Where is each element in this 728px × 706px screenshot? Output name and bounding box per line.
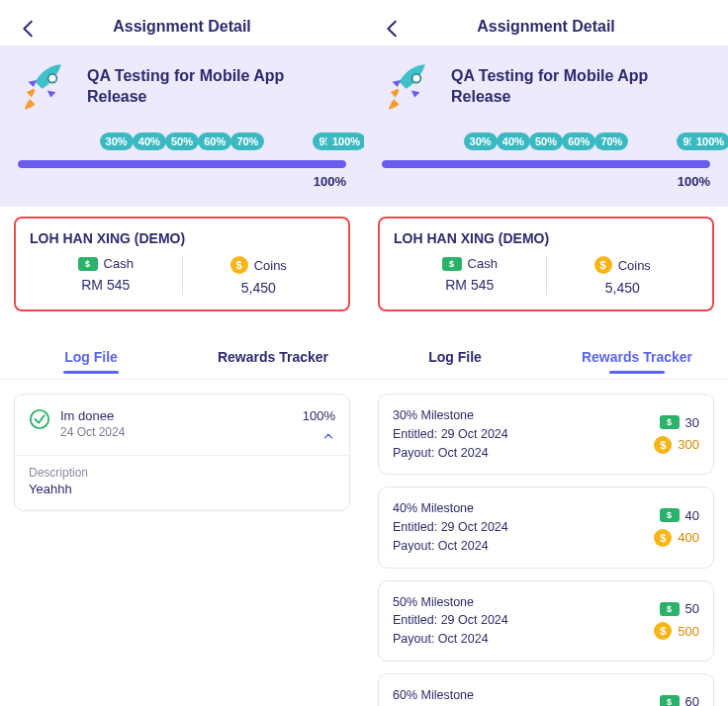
log-entry-percent: 100% — [303, 408, 335, 423]
reward-milestone: 40% Milestone — [393, 499, 508, 518]
phone-right: Assignment Detail QA Testing for Mobile … — [364, 0, 728, 706]
reward-card: 60% MilestoneEntitled: 29 Oct 2024Payout… — [378, 673, 714, 706]
milestone-bubble: 100% — [690, 132, 728, 150]
hero: QA Testing for Mobile App Release 30%40%… — [364, 45, 728, 207]
reward-entitled: Entitled: 29 Oct 2024 — [393, 611, 508, 630]
cash-icon: $ — [660, 602, 680, 616]
reward-coin-amount: 300 — [678, 437, 699, 452]
assignment-title: QA Testing for Mobile App Release — [87, 66, 346, 108]
coins-column: $Coins 5,450 — [546, 256, 699, 296]
rocket-icon — [18, 59, 73, 115]
log-entry-card[interactable]: Im donee 24 Oct 2024 100% Description Ye… — [14, 394, 350, 511]
cash-icon: $ — [660, 415, 680, 429]
reward-info: 50% MilestoneEntitled: 29 Oct 2024Payout… — [393, 593, 508, 649]
milestone-bubble: 50% — [165, 132, 199, 150]
hero: QA Testing for Mobile App Release 30%40%… — [0, 45, 364, 207]
coins-value: 5,450 — [605, 280, 640, 296]
cash-icon: $ — [78, 257, 98, 271]
coins-value: 5,450 — [241, 280, 276, 296]
reward-info: 30% MilestoneEntitled: 29 Oct 2024Payout… — [393, 406, 508, 462]
reward-payout: Payout: Oct 2024 — [393, 444, 508, 463]
milestone-bubble: 40% — [497, 132, 530, 150]
coins-column: $Coins 5,450 — [182, 256, 335, 296]
coin-icon: $ — [594, 256, 612, 274]
tab-log-file[interactable]: Log File — [0, 337, 182, 380]
milestone-bubble: 30% — [100, 132, 134, 150]
reward-coin-amount: 400 — [678, 530, 699, 545]
reward-entitled: Entitled: 29 Oct 2024 — [393, 425, 508, 444]
milestone-bubble: 100% — [326, 132, 364, 150]
reward-cash-amount: 50 — [685, 601, 699, 616]
reward-payout: Payout: Oct 2024 — [393, 537, 508, 556]
back-button[interactable] — [18, 18, 40, 44]
reward-card: 50% MilestoneEntitled: 29 Oct 2024Payout… — [378, 580, 714, 662]
milestone-bubble: 30% — [464, 132, 498, 150]
page-title: Assignment Detail — [16, 18, 348, 36]
milestone-bubble: 70% — [230, 132, 264, 150]
phone-left: Assignment Detail QA Testing for Mobile … — [0, 0, 364, 706]
progress-percent-label: 100% — [18, 174, 346, 189]
coin-icon: $ — [654, 622, 672, 640]
milestone-bubble: 60% — [198, 132, 231, 150]
cash-icon: $ — [660, 695, 680, 706]
tab-log-file[interactable]: Log File — [364, 337, 546, 380]
cash-column: $Cash RM 545 — [30, 256, 182, 296]
log-description: Yeahhh — [29, 482, 335, 496]
reward-cash-amount: 40 — [685, 508, 699, 523]
reward-info: 60% MilestoneEntitled: 29 Oct 2024Payout… — [393, 686, 508, 706]
cash-column: $Cash RM 545 — [394, 256, 546, 296]
back-button[interactable] — [382, 18, 404, 44]
cash-label: Cash — [104, 256, 134, 271]
reward-amounts: $50$500 — [654, 601, 699, 640]
coin-icon: $ — [230, 256, 248, 274]
log-content[interactable]: Im donee 24 Oct 2024 100% Description Ye… — [0, 380, 364, 706]
check-circle-icon — [29, 408, 50, 430]
user-summary-card: LOH HAN XING (DEMO) $Cash RM 545 $Coins … — [14, 217, 350, 311]
milestone-bubble: 70% — [594, 132, 628, 150]
cash-icon: $ — [660, 508, 680, 522]
reward-coin-amount: 500 — [678, 624, 699, 639]
coins-label: Coins — [618, 258, 651, 273]
reward-amounts: $40$400 — [654, 508, 699, 547]
progress-bar: 30%40%50%60%70%95%100% 100% — [18, 136, 346, 189]
reward-milestone: 60% Milestone — [393, 686, 508, 705]
reward-card: 40% MilestoneEntitled: 29 Oct 2024Payout… — [378, 486, 714, 568]
rocket-icon — [382, 59, 437, 115]
coins-label: Coins — [254, 258, 287, 273]
progress-bar: 30%40%50%60%70%95%100% 100% — [382, 136, 710, 189]
cash-value: RM 545 — [81, 277, 130, 293]
header: Assignment Detail — [0, 0, 364, 45]
log-description-label: Description — [29, 466, 335, 480]
reward-amounts: $30$300 — [654, 415, 699, 454]
assignment-title: QA Testing for Mobile App Release — [451, 66, 710, 108]
coin-icon: $ — [654, 529, 672, 547]
cash-icon: $ — [442, 257, 462, 271]
reward-payout: Payout: Oct 2024 — [393, 630, 508, 649]
milestone-bubble: 50% — [529, 132, 563, 150]
header: Assignment Detail — [364, 0, 728, 45]
svg-point-0 — [48, 74, 57, 83]
log-entry-date: 24 Oct 2024 — [60, 425, 293, 439]
user-name: LOH HAN XING (DEMO) — [394, 230, 698, 246]
cash-label: Cash — [468, 256, 498, 271]
rewards-content[interactable]: 30% MilestoneEntitled: 29 Oct 2024Payout… — [364, 380, 728, 706]
cash-value: RM 545 — [445, 277, 494, 293]
svg-point-1 — [31, 410, 48, 428]
reward-amounts: $60$600 — [654, 694, 699, 706]
coin-icon: $ — [654, 436, 672, 454]
reward-card: 30% MilestoneEntitled: 29 Oct 2024Payout… — [378, 394, 714, 475]
progress-percent-label: 100% — [382, 174, 710, 189]
milestone-bubble: 40% — [133, 132, 166, 150]
reward-info: 40% MilestoneEntitled: 29 Oct 2024Payout… — [393, 499, 508, 555]
reward-cash-amount: 30 — [685, 415, 699, 430]
tab-rewards-tracker[interactable]: Rewards Tracker — [546, 337, 728, 380]
page-title: Assignment Detail — [380, 18, 712, 36]
tabs: Log File Rewards Tracker — [0, 337, 364, 380]
reward-entitled: Entitled: 29 Oct 2024 — [393, 518, 508, 537]
reward-milestone: 30% Milestone — [393, 406, 508, 425]
svg-point-2 — [412, 74, 421, 83]
tab-rewards-tracker[interactable]: Rewards Tracker — [182, 337, 364, 380]
user-name: LOH HAN XING (DEMO) — [30, 230, 334, 246]
reward-cash-amount: 60 — [685, 694, 699, 706]
chevron-up-icon[interactable] — [321, 429, 335, 443]
